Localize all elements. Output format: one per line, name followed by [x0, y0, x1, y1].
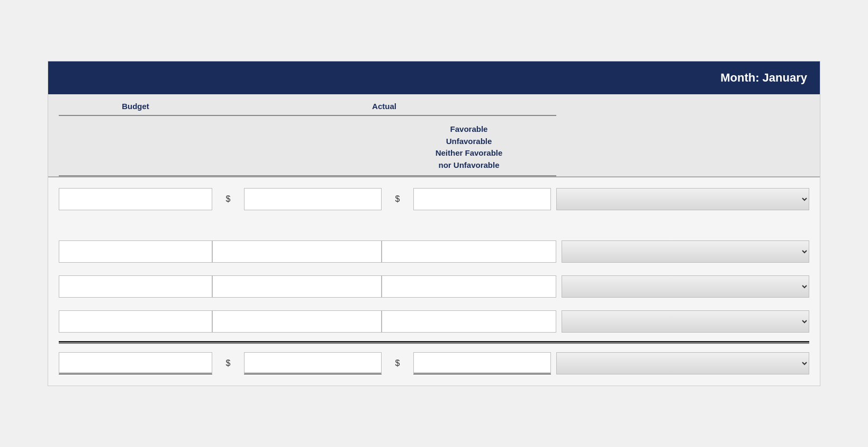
total-select-cell: Favorable Unfavorable Neither Favorable … — [551, 352, 809, 374]
spacer1 — [59, 218, 809, 234]
table-row: Favorable Unfavorable Neither Favorable … — [59, 234, 809, 269]
total-dollar2: $ — [382, 359, 413, 368]
row3-status-select[interactable]: Favorable Unfavorable Neither Favorable … — [562, 275, 809, 298]
total-budget-cell — [59, 352, 212, 374]
row3-variance-cell — [382, 275, 556, 298]
row1-budget-input[interactable] — [59, 188, 212, 210]
row3-select-cell: Favorable Unfavorable Neither Favorable … — [556, 275, 809, 298]
row2-actual-cell — [212, 240, 382, 263]
row4-select-cell: Favorable Unfavorable Neither Favorable … — [556, 310, 809, 333]
row3-budget-cell — [59, 275, 212, 298]
row1-select-cell: Favorable Unfavorable Neither Favorable … — [551, 188, 809, 210]
row2-budget-cell — [59, 240, 212, 263]
total-row: $ $ Favorable Unfavorable Neither Favora… — [59, 342, 809, 386]
row2-variance-input[interactable] — [382, 240, 556, 263]
total-budget-input[interactable] — [59, 352, 212, 374]
row1-variance-cell — [413, 188, 551, 210]
total-status-select[interactable]: Favorable Unfavorable Neither Favorable … — [556, 352, 809, 374]
variance-label-header: Favorable Unfavorable Neither Favorable … — [382, 116, 556, 176]
row3-budget-input[interactable] — [59, 275, 212, 298]
row4-budget-cell — [59, 310, 212, 333]
table-body: $ $ Favorable Unfavorable Neither Favora… — [48, 177, 820, 386]
variance-column-header — [59, 116, 382, 176]
row1-dollar1: $ — [212, 194, 244, 204]
row3-variance-input[interactable] — [382, 275, 556, 298]
row1-budget-cell — [59, 188, 212, 210]
total-actual-input[interactable] — [244, 352, 382, 374]
page-title: Month: January — [720, 71, 807, 84]
row1-actual-cell — [244, 188, 382, 210]
row2-budget-input[interactable] — [59, 240, 212, 263]
row4-variance-input[interactable] — [382, 310, 556, 333]
main-container: Month: January Budget Actual Favorable U… — [48, 61, 820, 386]
row1-dollar2: $ — [382, 194, 413, 204]
row4-actual-input[interactable] — [212, 310, 382, 333]
column-headers: Budget Actual Favorable Unfavorable Neit… — [48, 94, 820, 177]
row4-actual-cell — [212, 310, 382, 333]
row1-status-select[interactable]: Favorable Unfavorable Neither Favorable … — [556, 188, 809, 210]
header-bar: Month: January — [48, 61, 820, 94]
total-variance-input[interactable] — [413, 352, 551, 374]
total-variance-cell — [413, 352, 551, 374]
row2-status-select[interactable]: Favorable Unfavorable Neither Favorable … — [562, 240, 809, 263]
row3-actual-cell — [212, 275, 382, 298]
actual-column-header: Actual — [212, 94, 556, 116]
row2-actual-input[interactable] — [212, 240, 382, 263]
row1-variance-input[interactable] — [413, 188, 551, 210]
table-row: $ $ Favorable Unfavorable Neither Favora… — [59, 177, 809, 218]
table-row: Favorable Unfavorable Neither Favorable … — [59, 269, 809, 304]
row2-select-cell: Favorable Unfavorable Neither Favorable … — [556, 240, 809, 263]
row3-actual-input[interactable] — [212, 275, 382, 298]
row1-actual-input[interactable] — [244, 188, 382, 210]
row4-variance-cell — [382, 310, 556, 333]
table-row: Favorable Unfavorable Neither Favorable … — [59, 304, 809, 342]
row4-status-select[interactable]: Favorable Unfavorable Neither Favorable … — [562, 310, 809, 333]
budget-column-header: Budget — [59, 94, 212, 116]
total-dollar1: $ — [212, 359, 244, 368]
row4-budget-input[interactable] — [59, 310, 212, 333]
total-actual-cell — [244, 352, 382, 374]
row2-variance-cell — [382, 240, 556, 263]
